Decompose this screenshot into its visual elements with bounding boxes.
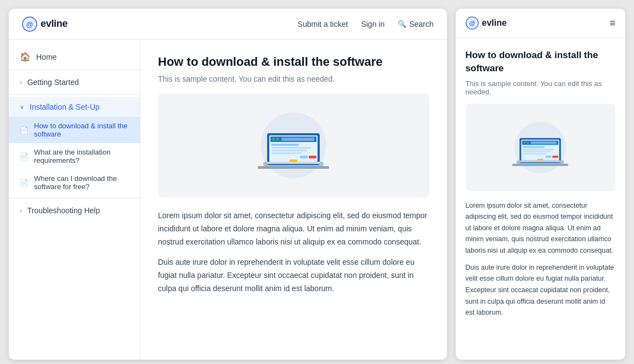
article-image — [158, 93, 429, 197]
logo[interactable]: @ evline — [22, 16, 67, 32]
sidebar-getting-started-label: Getting Started — [27, 78, 79, 87]
svg-rect-23 — [512, 163, 568, 166]
svg-rect-14 — [271, 152, 302, 154]
right-main: How to download & install the software T… — [456, 38, 625, 335]
doc-icon-2: 📄 — [20, 152, 29, 161]
svg-rect-17 — [290, 160, 297, 162]
article-subtitle: This is sample content. You can edit thi… — [158, 75, 429, 83]
svg-rect-10 — [281, 138, 314, 141]
right-logo-area: @ evline — [466, 16, 507, 30]
sidebar-item-installation[interactable]: ∨ Installation & Set-Up — [9, 97, 140, 117]
article-title: How to download & install the software — [158, 55, 429, 69]
svg-rect-33 — [523, 153, 547, 154]
left-body: 🏠 Home › Getting Started ∨ Installation … — [9, 39, 447, 360]
svg-point-27 — [524, 141, 526, 144]
svg-rect-12 — [271, 147, 311, 149]
search-label: Search — [409, 20, 433, 29]
right-article-image — [466, 104, 615, 191]
right-card: @ evline ≡ How to download & install the… — [456, 9, 625, 360]
svg-text:@: @ — [469, 20, 475, 26]
submit-ticket-link[interactable]: Submit a ticket — [298, 20, 348, 29]
svg-rect-15 — [300, 156, 308, 158]
svg-rect-11 — [271, 144, 299, 146]
right-article-body-p1: Lorem ipsum dolor sit amet, consectetur … — [466, 200, 615, 257]
right-header: @ evline ≡ — [456, 9, 625, 38]
article-body-p1: Lorem ipsum dolor sit amet, consectetur … — [158, 209, 429, 248]
laptop-svg — [239, 107, 348, 184]
doc-icon-3: 📄 — [20, 179, 29, 187]
svg-point-9 — [276, 138, 279, 141]
doc-icon-1: 📄 — [20, 126, 29, 134]
sidebar-subitem-requirements[interactable]: 📄 What are the installation requirements… — [9, 143, 140, 169]
search-button[interactable]: 🔍 Search — [398, 20, 433, 29]
divider-1 — [9, 70, 140, 70]
sidebar-subitem-free-download[interactable]: 📄 Where can I download the software for … — [9, 169, 140, 196]
top-nav: Submit a ticket Sign in 🔍 Search — [298, 20, 434, 29]
right-article-body-p2: Duis aute irure dolor in reprehenderit i… — [466, 262, 615, 318]
divider-2 — [9, 94, 140, 95]
chevron-right-icon: › — [20, 79, 22, 86]
sidebar-subitem-free-label: Where can I download the software for fr… — [34, 174, 129, 191]
main-content: How to download & install the software T… — [140, 39, 447, 360]
svg-rect-4 — [258, 166, 329, 169]
svg-rect-16 — [309, 156, 316, 158]
article-body-p2: Duis aute irure dolor in reprehenderit i… — [158, 256, 429, 295]
sidebar-troubleshooting-label: Troubleshooting Help — [27, 206, 100, 215]
sidebar-item-home[interactable]: 🏠 Home — [9, 46, 140, 67]
chevron-down-icon: ∨ — [20, 104, 24, 111]
svg-text:@: @ — [26, 20, 33, 29]
svg-rect-36 — [537, 158, 544, 160]
right-laptop-svg — [496, 117, 584, 178]
svg-point-8 — [273, 138, 275, 141]
svg-rect-30 — [523, 146, 545, 147]
logo-text: evline — [41, 18, 67, 30]
search-icon: 🔍 — [398, 20, 406, 28]
svg-rect-37 — [520, 160, 561, 162]
svg-rect-34 — [546, 156, 552, 158]
article-body: Lorem ipsum dolor sit amet, consectetur … — [158, 209, 429, 295]
evline-logo-icon: @ — [22, 16, 37, 32]
svg-rect-13 — [271, 150, 307, 151]
home-icon: 🏠 — [20, 52, 31, 62]
hamburger-menu-button[interactable]: ≡ — [609, 18, 615, 29]
svg-rect-29 — [531, 141, 557, 144]
sidebar-installation-label: Installation & Set-Up — [30, 103, 100, 111]
right-article-body: Lorem ipsum dolor sit amet, consectetur … — [466, 200, 615, 318]
sidebar-item-getting-started[interactable]: › Getting Started — [9, 72, 140, 92]
chevron-right-icon-2: › — [20, 207, 22, 214]
svg-rect-35 — [552, 156, 558, 158]
left-header: @ evline Submit a ticket Sign in 🔍 Searc… — [9, 9, 447, 39]
sidebar-subitem-download-label: How to download & install the software — [34, 122, 129, 138]
right-evline-logo-icon: @ — [466, 16, 479, 30]
right-article-title: How to download & install the software — [466, 49, 615, 75]
sidebar-subitem-requirements-label: What are the installation requirements? — [34, 148, 129, 164]
sidebar-item-troubleshooting[interactable]: › Troubleshooting Help — [9, 201, 140, 220]
svg-rect-18 — [267, 162, 320, 164]
right-logo-text: evline — [482, 18, 507, 28]
divider-3 — [9, 198, 140, 198]
sidebar: 🏠 Home › Getting Started ∨ Installation … — [9, 39, 140, 360]
sidebar-home-label: Home — [36, 53, 56, 61]
sign-in-link[interactable]: Sign in — [361, 20, 384, 29]
svg-rect-31 — [523, 149, 554, 150]
right-article-subtitle: This is sample content. You can edit thi… — [466, 79, 615, 96]
sidebar-subitem-download[interactable]: 📄 How to download & install the software — [9, 117, 140, 143]
svg-rect-32 — [523, 151, 551, 152]
svg-point-28 — [527, 141, 529, 144]
left-card: @ evline Submit a ticket Sign in 🔍 Searc… — [9, 9, 447, 360]
